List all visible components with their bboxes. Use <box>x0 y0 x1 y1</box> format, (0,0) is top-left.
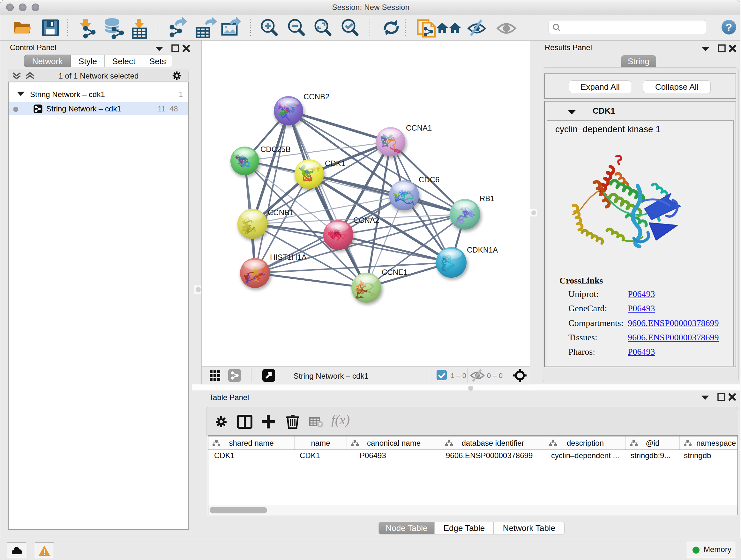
svg-text:CCNA1: CCNA1 <box>406 124 432 132</box>
svg-text:RB1: RB1 <box>480 194 495 203</box>
svg-text:CCNB1: CCNB1 <box>268 208 293 217</box>
svg-text:CDKN1A: CDKN1A <box>467 246 498 254</box>
svg-text:CCNE1: CCNE1 <box>382 268 408 276</box>
svg-text:0 – 0: 0 – 0 <box>487 372 502 380</box>
svg-text:CDC25B: CDC25B <box>260 145 291 153</box>
svg-text:String Network – cdk1: String Network – cdk1 <box>293 372 368 380</box>
svg-text:CDC6: CDC6 <box>419 175 440 184</box>
svg-text:HIST1H1A: HIST1H1A <box>270 253 307 261</box>
svg-text:CCNA2: CCNA2 <box>353 216 379 225</box>
svg-text:CCNB2: CCNB2 <box>304 92 329 101</box>
svg-text:1 – 0: 1 – 0 <box>451 372 466 380</box>
svg-text:CDK1: CDK1 <box>325 159 345 168</box>
